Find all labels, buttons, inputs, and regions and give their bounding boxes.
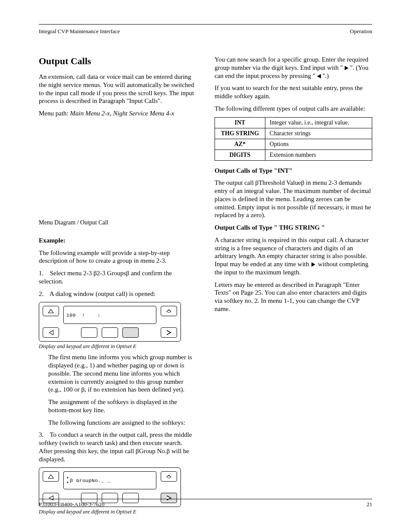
type-cell: INT [215,117,265,128]
menu-diagram-placeholder [39,126,196,219]
home-key[interactable] [161,306,177,316]
step-3: 3. To conduct a search in the output cal… [39,431,196,463]
two-column-layout: Output Calls An extension, call data or … [39,56,372,519]
up-key[interactable] [43,471,59,482]
right-p3: The following different types of output … [215,105,372,113]
right-column: You can now search for a specific group.… [215,56,372,519]
table-row: THG STRING Character strings [215,128,372,139]
right-p2: If you want to search for the next suita… [215,84,372,100]
example-text: The following example will provide a ste… [39,249,196,265]
triangle-right-icon [345,66,349,70]
intro-paragraph: An extension, call data or voice mail ca… [39,73,196,105]
type-cell: DIGITS [215,149,265,160]
double-triangle-up-icon [165,308,172,314]
type-cell: AZ* [215,139,265,149]
desc-cell: Character strings [265,128,372,139]
output-types-table: INT Integer value, i.e., integral value.… [215,117,372,161]
thg-body: A character string is required in this o… [215,236,372,277]
footer-right: 21 [367,501,372,508]
int-title: Output Calls of Type "INT" [215,167,372,175]
example-title: Example: [39,236,196,245]
step-2c: The following functions are assigned to … [39,419,196,427]
table-row: INT Integer value, i.e., integral value. [215,117,372,128]
triangle-left-icon [49,330,53,335]
lcd-display: 100 ↑ ↓ [63,306,156,324]
left-column: Output Calls An extension, call data or … [39,56,196,519]
header-left: Integral CVP Maintenance Interface [39,28,120,35]
step-2a: The first menu line informs you which gr… [39,353,196,394]
triangle-left-icon [317,74,321,78]
step-2-lead: 2. A dialog window (output call) is open… [39,290,196,298]
up-key[interactable] [43,306,59,316]
menu-path: Menu path: Main Menu 2-x, Night Service … [39,109,196,118]
forward-key[interactable] [161,327,177,338]
figure-caption: Menu Diagram / Output Call [39,219,196,226]
desc-cell: Integer value, i.e., integral value. [265,117,372,128]
table-row: DIGITS Extension numbers [215,149,372,160]
step-2b: The assignment of the softkeys is displa… [39,398,196,414]
softkey-row [63,327,156,338]
triangle-right-icon [167,330,171,335]
triangle-right-icon [311,262,315,267]
triangle-right-icon [167,495,171,501]
double-triangle-up-icon [165,473,172,479]
panel-2-note: Display and keypad are different in Opti… [39,509,196,515]
softkey-1[interactable] [81,327,97,338]
lcd-display: ▴▾ β GroupNo._ _ [63,471,156,489]
type-cell: THG STRING [215,128,265,139]
home-key[interactable] [161,471,177,482]
footer-left: P31003-E8400-A100-3-7620 [39,501,104,508]
running-header: Integral CVP Maintenance Interface Opera… [39,28,372,35]
display-line: 100 ↑ ↓ [66,312,100,318]
softkey-3[interactable] [122,327,139,338]
header-right: Operation [350,28,372,35]
thg-title: Output Calls of Type " THG STRING " [215,224,372,232]
header-rule [39,24,372,25]
menu-path-value: Main Menu 2-x, Night Service Menu 4-x [70,110,174,117]
section-heading: Output Calls [39,56,196,67]
footer-rule [39,499,372,499]
softkey-2[interactable] [102,327,118,338]
menu-path-label: Menu path: [39,110,68,117]
running-footer: P31003-E8400-A100-3-7620 21 [39,501,372,508]
thg-body-3: Letters may be entered as described in P… [215,281,372,313]
panel-1-note: Display and keypad are different in Opti… [39,343,196,350]
desc-cell: Extension numbers [265,149,372,160]
step-1: 1. Select menu 2-3 β2-3 Groupsβ and conf… [39,269,196,286]
right-p1: You can now search for a specific group.… [215,56,372,80]
triangle-up-icon [48,474,54,479]
triangle-left-icon [49,495,53,501]
scroll-indicator: ▴▾ [66,476,69,485]
back-key[interactable] [43,327,59,338]
display-panel-1: 100 ↑ ↓ [39,302,181,342]
triangle-up-icon [48,309,54,313]
int-body: The output call βThreshold Valueβ in men… [215,179,372,219]
display-line: β GroupNo._ _ [70,478,110,483]
desc-cell: Options [265,139,372,149]
table-row: AZ* Options [215,139,372,149]
